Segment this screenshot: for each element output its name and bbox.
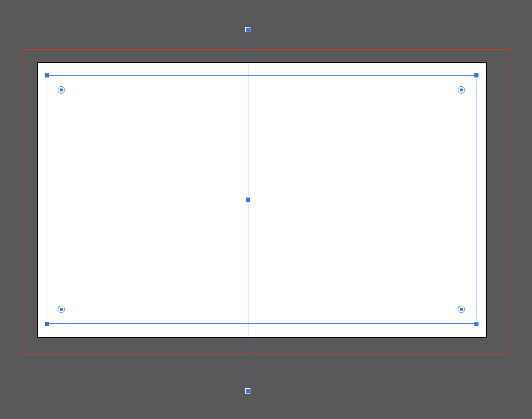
selection-handle-top-right[interactable] [474,73,479,78]
axis-handle-center[interactable] [245,197,250,202]
canvas-viewport[interactable] [0,0,532,419]
axis-handle-top[interactable] [245,27,250,32]
selection-handle-top-left[interactable] [44,73,49,78]
anchor-bottom-right[interactable] [458,306,465,313]
reflect-axis-line[interactable] [248,30,248,391]
anchor-top-left[interactable] [58,86,65,94]
selection-handle-bottom-left[interactable] [44,321,49,326]
axis-handle-bottom[interactable] [245,388,250,394]
anchor-top-right[interactable] [458,86,465,94]
anchor-bottom-left[interactable] [58,306,65,313]
selection-handle-bottom-right[interactable] [474,321,479,326]
selection-bounding-box[interactable] [47,75,476,324]
